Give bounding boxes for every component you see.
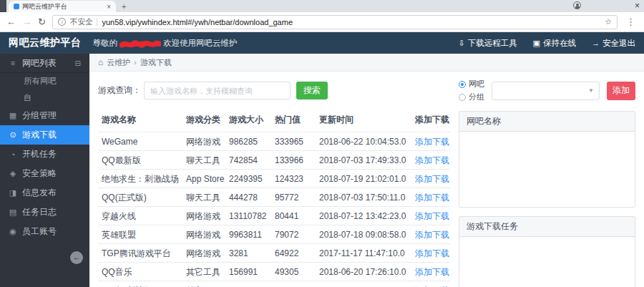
column-header: 添加下载 <box>411 108 450 132</box>
games-section: 游戏查询： 搜索 游戏名称 <box>98 79 450 287</box>
sidebar-item-label: 游戏下载 <box>22 129 57 141</box>
navbar-link[interactable]: ▣ 保持在线 <box>533 38 576 49</box>
browser-toolbar: ← → ↻ i 不安全 yun58.vip/ywhindex.html#/ywh… <box>0 12 644 32</box>
add-download-link[interactable]: 添加下载 <box>415 174 449 184</box>
column-header: 游戏大小 <box>225 108 271 132</box>
add-button[interactable]: 添加 <box>607 82 635 100</box>
add-download-link[interactable]: 添加下载 <box>415 137 449 147</box>
shield-icon: ◈ <box>9 169 17 178</box>
add-download-link[interactable]: 添加下载 <box>415 211 449 221</box>
radio-label: 分组 <box>469 92 484 102</box>
sidebar-item-staff-account[interactable]: ◉ 员工账号 <box>0 222 89 241</box>
navbar-link[interactable]: → 安全退出 <box>592 38 635 49</box>
app-body: ≡ 网吧列表 ⊟ 所有网吧 自 ▦ 分组管理 ⊙ 游戏下载 ◔ 开机任务 ◈ 安… <box>0 54 644 287</box>
add-download-link[interactable]: 添加下载 <box>415 248 449 258</box>
app-navbar: 网吧云维护平台 尊敬的 欢迎使用网吧云维护 ⇩ 下载远程工具 ▣ 保持在线 → … <box>0 32 644 54</box>
window-close-icon[interactable]: × <box>635 1 640 11</box>
download-task-panel: 游戏下载任务 <box>459 216 635 287</box>
table-row: 穿越火线 网络游戏 13110782 80441 2018-07-12 13:4… <box>98 207 450 225</box>
game-category: App Store <box>182 170 225 188</box>
sidebar-item-info-publish[interactable]: ◨ 信息发布 <box>0 183 89 203</box>
back-icon[interactable]: ← <box>6 17 16 26</box>
sidebar-item-netbar-list[interactable]: ≡ 网吧列表 ⊟ <box>0 54 89 73</box>
game-updated-time: 2018-07-03 17:49:33.0 <box>316 151 411 170</box>
netbar-panel-title: 网吧名称 <box>459 112 635 132</box>
app-brand[interactable]: 网吧云维护平台 <box>9 37 82 49</box>
sidebar-item-boot-task[interactable]: ◔ 开机任务 <box>0 145 89 164</box>
sidebar-item-game-download[interactable]: ⊙ 游戏下载 <box>0 125 89 145</box>
game-search-input[interactable] <box>144 82 291 99</box>
menu-toggle-icon[interactable]: ⊟ <box>75 59 81 67</box>
new-tab-icon[interactable]: + <box>116 2 132 11</box>
add-download-link[interactable]: 添加下载 <box>415 193 449 203</box>
table-row: WeGame 网络游戏 986285 333965 2018-06-22 10:… <box>98 132 450 151</box>
sidebar-item-security-policy[interactable]: ◈ 安全策略 <box>0 164 89 183</box>
netbar-panel-body <box>459 132 635 207</box>
profile-icon[interactable] <box>573 1 581 9</box>
sidebar-item-custom[interactable]: 自 <box>0 89 89 106</box>
clock-icon: ◔ <box>9 150 17 159</box>
game-category: 网络游戏 <box>182 244 225 263</box>
game-category: 网络游戏 <box>182 132 225 151</box>
sidebar-item-label: 网吧列表 <box>22 57 57 69</box>
browser-chrome: 网吧云维护平台 × + × ← → ↻ i 不安全 yun58.vip/ywhi… <box>0 0 644 32</box>
search-row: 游戏查询： 搜索 <box>98 82 450 99</box>
netbar-select[interactable]: ▼ <box>492 82 600 100</box>
info-icon[interactable]: i <box>58 18 66 26</box>
add-download-link[interactable]: 添加下载 <box>415 155 449 165</box>
sidebar-item-group-management[interactable]: ▦ 分组管理 <box>0 106 89 125</box>
game-name: 英雄联盟 <box>98 225 182 244</box>
game-category: 聊天工具 <box>182 151 225 170</box>
security-label[interactable]: 不安全 <box>70 17 93 27</box>
sidebar-item-task-log[interactable]: ▤ 任务日志 <box>0 203 89 222</box>
content: 游戏查询： 搜索 游戏名称 <box>89 72 644 287</box>
table-row: 绝地求生：刺激战场 App Store 2249395 124323 2018-… <box>98 170 450 188</box>
breadcrumb-separator-icon: › <box>134 58 137 67</box>
games-table: 游戏名称 游戏分类 游戏大小 热门值 更新时间 添加下载 <box>98 108 450 287</box>
game-size: 2249395 <box>225 170 271 188</box>
search-button[interactable]: 搜索 <box>296 82 328 99</box>
list-icon: ≡ <box>9 59 17 67</box>
radio-netbar[interactable]: 网吧 <box>459 79 484 89</box>
tab-close-icon[interactable]: × <box>107 3 111 11</box>
address-bar[interactable]: i 不安全 yun58.vip/ywhindex.html#/ywh/netba… <box>52 15 618 29</box>
table-row: QQ音乐 其它工具 156991 49305 2018-06-20 17:26:… <box>98 263 450 281</box>
navbar-link[interactable]: ⇩ 下载远程工具 <box>458 38 517 49</box>
target-row: 网吧 分组 ▼ 添加 <box>459 79 635 102</box>
tab-strip: 网吧云维护平台 × + × <box>0 0 644 12</box>
game-hot-value: 49305 <box>271 263 316 281</box>
main-area: ⌂ 云维护 › 游戏下载 游戏查询： 搜索 <box>89 54 644 287</box>
radio-group-option[interactable]: 分组 <box>459 92 484 102</box>
game-updated-time: 2018-06-11 15:10:13.0 <box>316 281 411 287</box>
netbar-name-panel: 网吧名称 <box>459 111 635 208</box>
game-hot-value: 80441 <box>271 207 316 225</box>
game-hot-value: 95772 <box>271 188 316 207</box>
game-hot-value: 124323 <box>271 170 316 188</box>
navbar-link-label: 安全退出 <box>602 38 635 49</box>
browser-menu-icon[interactable]: ⋮ <box>624 16 638 27</box>
add-download-link[interactable]: 添加下载 <box>415 230 449 240</box>
grid-icon: ▦ <box>9 111 17 120</box>
navbar-link-label: 保持在线 <box>543 38 576 49</box>
download-icon: ⊙ <box>9 130 17 140</box>
sidebar-item-all-netbars[interactable]: 所有网吧 <box>0 73 89 89</box>
game-size: 3281 <box>225 244 271 263</box>
navbar-link-label: 下载远程工具 <box>468 38 517 49</box>
radio-label: 网吧 <box>469 79 484 89</box>
breadcrumb-section[interactable]: 云维护 <box>107 57 130 68</box>
game-updated-time: 2018-07-18 09:08:58.0 <box>316 225 411 244</box>
forward-icon[interactable]: → <box>22 17 31 26</box>
sidebar-collapse-button[interactable]: ← <box>70 251 83 264</box>
browser-tab[interactable]: 网吧云维护平台 × <box>9 1 116 12</box>
add-download-link[interactable]: 添加下载 <box>415 267 449 277</box>
game-hot-value: 64922 <box>271 244 316 263</box>
bookmark-star-icon[interactable]: ☆ <box>605 17 612 26</box>
game-category: 聊天工具 <box>182 188 225 207</box>
games-table-body: WeGame 网络游戏 986285 333965 2018-06-22 10:… <box>98 132 450 287</box>
game-hot-value: 333965 <box>271 132 316 151</box>
user-icon: ◉ <box>9 227 17 236</box>
game-name: QQ(正式版) <box>98 188 182 207</box>
radio-icon <box>459 94 466 101</box>
refresh-icon[interactable]: ↻ <box>38 17 46 26</box>
greeting-prefix: 尊敬的 <box>93 38 118 49</box>
